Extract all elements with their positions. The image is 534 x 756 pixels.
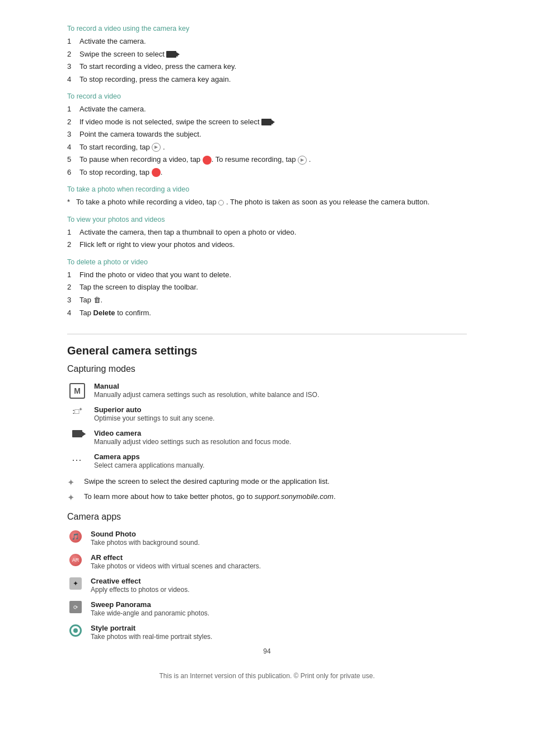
trash-icon: 🗑 <box>93 295 101 306</box>
tip-text-2: To learn more about how to take better p… <box>84 492 336 501</box>
mode-row-camera-apps: ⋯ Camera apps Select camera applications… <box>67 452 467 469</box>
app-title-style-portrait: Style portrait <box>91 624 212 632</box>
list-item: 1Activate the camera. <box>67 36 467 47</box>
app-row-creative-effect: ✦ Creative effect Apply effects to photo… <box>67 577 467 594</box>
steps-list-record-video: 1Activate the camera. 2If video mode is … <box>67 104 467 178</box>
app-row-style-portrait: Style portrait Take photos with real-tim… <box>67 624 467 641</box>
app-desc-sweep-panorama: Take wide-angle and panoramic photos. <box>91 609 209 617</box>
section-view-photos: To view your photos and videos 1Activate… <box>67 216 467 250</box>
mode-text-video: Video camera Manually adjust video setti… <box>94 429 467 446</box>
mode-text-superior: Superior auto Optimise your settings to … <box>94 405 467 422</box>
list-item: 3Tap 🗑. <box>67 295 467 306</box>
tip-row-1: ✦ Swipe the screen to select the desired… <box>67 477 467 488</box>
list-item: 1Activate the camera, then tap a thumbna… <box>67 227 467 238</box>
bullet-list-take-photo: * To take a photo while recording a vide… <box>67 197 467 208</box>
app-text-ar-effect: AR effect Take photos or videos with vir… <box>91 553 261 570</box>
sound-photo-icon-cell: 🎵 <box>67 530 84 543</box>
app-text-style-portrait: Style portrait Take photos with real-tim… <box>91 624 212 641</box>
support-link: support.sonymobile.com <box>255 492 334 501</box>
camera-circle-icon <box>218 200 224 206</box>
mode-row-manual: M Manual Manually adjust camera settings… <box>67 382 467 399</box>
list-item: 3To start recording a video, press the c… <box>67 61 467 72</box>
app-title-sound-photo: Sound Photo <box>91 530 200 538</box>
app-desc-sound-photo: Take photos with background sound. <box>91 539 200 547</box>
app-title-creative-effect: Creative effect <box>91 577 190 585</box>
mode-row-superior: :□+ Superior auto Optimise your settings… <box>67 405 467 422</box>
section-record-video: To record a video 1Activate the camera. … <box>67 92 467 178</box>
section-take-photo-recording: To take a photo when recording a video *… <box>67 185 467 208</box>
app-desc-creative-effect: Apply effects to photos or videos. <box>91 586 190 594</box>
section-heading-record-camera-key: To record a video using the camera key <box>67 25 467 32</box>
list-item: 3Point the camera towards the subject. <box>67 129 467 140</box>
mode-icon-cell-superior: :□+ <box>67 405 87 416</box>
steps-list-delete: 1Find the photo or video that you want t… <box>67 269 467 319</box>
list-item: 4To stop recording, press the camera key… <box>67 74 467 85</box>
section-heading-record-video: To record a video <box>67 92 467 100</box>
steps-list-camera-key: 1Activate the camera. 2Swipe the screen … <box>67 36 467 85</box>
mode-title-video: Video camera <box>94 429 467 437</box>
style-portrait-icon <box>69 624 82 637</box>
mode-title-apps: Camera apps <box>94 452 467 461</box>
section-heading-take-photo: To take a photo when recording a video <box>67 185 467 193</box>
delete-label: Delete <box>93 309 115 317</box>
video-mode-icon <box>166 51 176 58</box>
app-text-sound-photo: Sound Photo Take photos with background … <box>91 530 200 547</box>
page-number: 94 <box>67 647 467 655</box>
mode-icon-cell-video <box>67 429 87 437</box>
list-item: 4Tap Delete to confirm. <box>67 307 467 319</box>
section-heading-view-photos: To view your photos and videos <box>67 216 467 223</box>
tip-icon-1: ✦ <box>67 477 78 488</box>
tip-row-2: ✦ To learn more about how to take better… <box>67 492 467 503</box>
sound-photo-icon: 🎵 <box>69 530 82 543</box>
mode-text-manual: Manual Manually adjust camera settings s… <box>94 382 467 399</box>
style-portrait-icon-cell <box>67 624 84 637</box>
mode-title-superior: Superior auto <box>94 405 467 414</box>
app-text-creative-effect: Creative effect Apply effects to photos … <box>91 577 190 594</box>
capturing-modes-title: Capturing modes <box>67 364 467 374</box>
section-delete-photo: To delete a photo or video 1Find the pho… <box>67 258 467 319</box>
section-heading-delete: To delete a photo or video <box>67 258 467 266</box>
tip-icon-2: ✦ <box>67 492 78 503</box>
general-settings-title: General camera settings <box>67 334 467 357</box>
pause-icon <box>203 156 212 165</box>
mode-row-video: Video camera Manually adjust video setti… <box>67 429 467 446</box>
mode-desc-manual: Manually adjust camera settings such as … <box>94 391 467 399</box>
app-desc-ar-effect: Take photos or videos with virtual scene… <box>91 562 261 570</box>
app-row-sweep-panorama: ⟳ Sweep Panorama Take wide-angle and pan… <box>67 600 467 617</box>
list-item: 6To stop recording, tap . <box>67 167 467 178</box>
tip-text-1: Swipe the screen to select the desired c… <box>84 477 330 486</box>
camera-apps-section: Camera apps 🎵 Sound Photo Take photos wi… <box>67 512 467 641</box>
app-title-sweep-panorama: Sweep Panorama <box>91 600 209 609</box>
creative-effect-icon-cell: ✦ <box>67 577 84 590</box>
list-item: 1Activate the camera. <box>67 104 467 115</box>
list-item: 4To start recording, tap ▶ . <box>67 142 467 153</box>
capture-modes-table: M Manual Manually adjust camera settings… <box>67 382 467 469</box>
stop-icon <box>152 168 161 177</box>
list-item: * To take a photo while recording a vide… <box>67 197 467 208</box>
app-text-sweep-panorama: Sweep Panorama Take wide-angle and panor… <box>91 600 209 617</box>
list-item: 2Flick left or right to view your photos… <box>67 239 467 250</box>
mode-desc-apps: Select camera applications manually. <box>94 461 467 469</box>
mode-desc-video: Manually adjust video settings such as r… <box>94 438 467 446</box>
page-footer: This is an Internet version of this publ… <box>67 672 467 680</box>
mode-text-apps: Camera apps Select camera applications m… <box>94 452 467 469</box>
app-row-sound-photo: 🎵 Sound Photo Take photos with backgroun… <box>67 530 467 547</box>
list-item: 2Swipe the screen to select . <box>67 49 467 60</box>
superior-auto-icon: :□+ <box>72 407 82 416</box>
video-camera-icon <box>72 430 82 437</box>
steps-list-view-photos: 1Activate the camera, then tap a thumbna… <box>67 227 467 250</box>
mode-icon-cell-manual: M <box>67 382 87 399</box>
list-item: 5To pause when recording a video, tap . … <box>67 154 467 165</box>
manual-mode-icon: M <box>69 383 85 399</box>
camera-apps-title: Camera apps <box>67 512 467 522</box>
list-item: 2Tap the screen to display the toolbar. <box>67 282 467 293</box>
play-icon-2: ▶ <box>298 156 307 165</box>
list-item: 1Find the photo or video that you want t… <box>67 269 467 281</box>
list-item: 2If video mode is not selected, swipe th… <box>67 116 467 128</box>
play-icon: ▶ <box>152 143 161 152</box>
mode-desc-superior: Optimise your settings to suit any scene… <box>94 414 467 422</box>
sweep-panorama-icon: ⟳ <box>69 601 82 613</box>
sweep-panorama-icon-cell: ⟳ <box>67 600 84 613</box>
section-record-video-camera-key: To record a video using the camera key 1… <box>67 25 467 85</box>
mode-title-manual: Manual <box>94 382 467 390</box>
